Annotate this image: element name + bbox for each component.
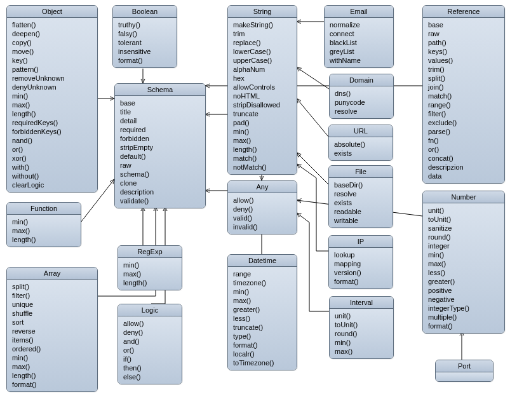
box-boolean-body: truthy()falsy()tolerantinsensitiveformat… [113,18,177,67]
member-line: ordered() [12,344,92,353]
member-line: connect [330,29,388,38]
member-line: deepen() [12,29,92,38]
member-line: trim() [428,65,499,74]
member-line: min() [233,287,292,296]
box-logic-body: allow()deny()and()or()if()then()else() [118,316,182,384]
member-line: format() [334,277,387,286]
box-port-body [436,372,493,381]
member-line: notMatch() [233,163,292,172]
member-line: readable [334,207,387,216]
member-line: reverse [12,327,92,335]
box-number-title: Number [423,191,504,203]
member-line: or() [428,145,499,154]
member-line: deny() [233,205,292,213]
member-line: keys() [428,47,499,56]
member-line: greater() [233,305,292,314]
box-string-title: String [228,6,297,18]
member-line: default() [120,152,200,161]
member-line: length() [12,109,92,118]
member-line: sanitize [428,224,499,233]
member-line: items() [12,335,92,344]
member-line: match() [428,91,499,100]
box-any-body: allow()deny()valid()invalid() [228,193,297,234]
member-line: data [428,172,499,180]
box-email: Email normalizeconnectblackListgreyListw… [324,5,394,68]
member-line: dns() [335,89,388,98]
member-line: alphaNum [233,65,292,74]
member-line: max() [233,136,292,145]
member-line: localr() [233,349,292,358]
member-line: max() [123,269,177,278]
box-ip-body: lookupmappingversion()format() [329,248,393,288]
member-line: length() [233,145,292,154]
member-line: pad() [233,118,292,127]
box-logic-title: Logic [118,304,182,316]
member-line: length() [123,278,177,287]
member-line: format() [233,341,292,349]
box-datetime-title: Datetime [228,255,297,267]
member-line: unit() [335,311,388,320]
diagram-canvas: Object flatten()deepen()copy()move()key(… [0,0,517,420]
member-line: title [120,107,200,116]
box-url-body: absolute()exists [329,137,393,160]
member-line: timezone() [233,278,292,287]
member-line: min() [123,261,177,269]
box-logic: Logic allow()deny()and()or()if()then()el… [117,304,182,384]
box-string-body: makeString()trimreplace()lowerCase()uppe… [228,18,297,174]
member-line: raw [428,29,499,38]
member-line: falsy() [118,29,171,38]
box-reference-body: baserawpath()keys()values()trim()split()… [423,18,504,183]
member-line: max() [12,226,76,235]
member-line: requiredKeys() [12,118,92,127]
member-line: validate() [120,196,200,205]
member-line: then() [123,363,177,372]
member-line: filter() [428,109,499,118]
box-number-body: unit()toUnit()sanitizeround()integermin(… [423,203,504,333]
box-ip-title: IP [329,236,393,248]
member-line: nand() [12,136,92,145]
member-line: max() [335,347,388,356]
box-array: Array split()filter()uniqueshufflesortre… [6,267,98,392]
member-line: raw [120,161,200,170]
member-line: lookup [334,250,387,259]
member-line: schema() [120,170,200,179]
box-url-title: URL [329,125,393,137]
member-line: multiple() [428,313,499,322]
member-line: tolerant [118,38,171,47]
box-boolean: Boolean truthy()falsy()tolerantinsensiti… [112,5,177,68]
box-regexp-title: RegExp [118,246,182,258]
member-line: pattern() [12,65,92,74]
box-string: String makeString()trimreplace()lowerCas… [227,5,297,175]
member-line: format() [12,380,92,389]
edge-ip-string [297,164,328,251]
member-line: split() [12,282,92,291]
member-line: range [233,269,292,278]
member-line: mapping [334,259,387,268]
member-line: stripEmpty [120,143,200,152]
member-line: or() [123,346,177,355]
member-line: round() [428,233,499,241]
member-line: min() [335,338,388,347]
member-line: makeString() [233,20,292,29]
box-email-body: normalizeconnectblackListgreyListwithNam… [325,18,393,67]
box-file-body: baseDir()resolveexistsreadablewritable [329,178,393,227]
member-line: move() [12,47,92,56]
member-line: punycode [335,98,388,107]
box-any-title: Any [228,181,297,193]
member-line: match() [233,154,292,163]
member-line: toTimezone() [233,358,292,367]
member-line: replace() [233,38,292,47]
box-object-title: Object [7,6,97,18]
box-email-title: Email [325,6,393,18]
edge-url-string [297,98,328,137]
member-line: negative [428,295,499,304]
box-file: File baseDir()resolveexistsreadablewrita… [328,165,393,228]
box-regexp-body: min()max()length() [118,258,182,290]
member-line: resolve [335,107,388,116]
member-line: hex [233,74,292,83]
member-line: integerType() [428,304,499,313]
member-line: less() [233,314,292,323]
member-line: removeUnknown [12,74,92,83]
member-line: min() [12,217,76,226]
member-line: path() [428,38,499,47]
